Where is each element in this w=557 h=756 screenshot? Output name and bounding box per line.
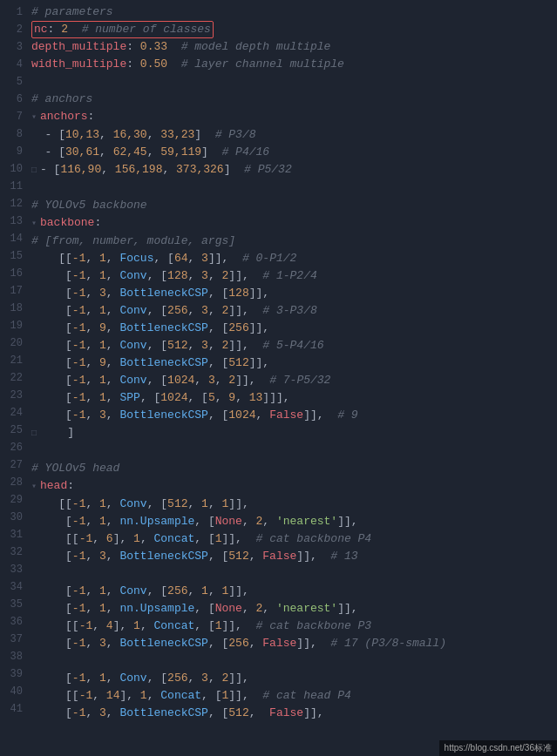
code-line-29: [[-1, 1, Conv, [512, 1, 1]], bbox=[31, 496, 557, 513]
line-num-1: 1 bbox=[0, 3, 23, 21]
code-line-4: width_multiple: 0.50 # layer channel mul… bbox=[31, 56, 557, 73]
line-num-5: 5 bbox=[0, 73, 23, 91]
code-line-1: # parameters bbox=[31, 3, 557, 21]
line-num-31: 31 bbox=[0, 526, 23, 543]
code-line-7: ▾anchors: bbox=[31, 108, 557, 126]
code-line-6: # anchors bbox=[31, 91, 557, 108]
line-num-35: 35 bbox=[0, 596, 23, 613]
code-line-41: [-1, 3, BottleneckCSP, [512, False]], bbox=[31, 705, 557, 722]
line-num-20: 20 bbox=[0, 334, 23, 352]
code-line-25: □ ] bbox=[31, 424, 557, 442]
line-num-26: 26 bbox=[0, 439, 23, 456]
line-num-15: 15 bbox=[0, 247, 23, 265]
code-editor: 1234567891011121314151617181920212223242… bbox=[0, 0, 557, 726]
line-num-23: 23 bbox=[0, 387, 23, 404]
code-line-33 bbox=[31, 565, 557, 583]
line-num-24: 24 bbox=[0, 404, 23, 422]
line-num-25: 25 bbox=[0, 422, 23, 439]
line-num-37: 37 bbox=[0, 631, 23, 648]
code-line-10: □- [116,90, 156,198, 373,326] # P5/32 bbox=[31, 161, 557, 179]
code-line-28: ▾head: bbox=[31, 477, 557, 496]
line-num-40: 40 bbox=[0, 683, 23, 700]
code-line-27: # YOLOv5 head bbox=[31, 460, 557, 477]
code-line-30: [-1, 1, nn.Upsample, [None, 2, 'nearest'… bbox=[31, 513, 557, 530]
line-num-30: 30 bbox=[0, 509, 23, 526]
line-num-17: 17 bbox=[0, 282, 23, 300]
code-line-5 bbox=[31, 73, 557, 91]
line-num-18: 18 bbox=[0, 300, 23, 317]
code-line-2: nc: 2 # number of classes bbox=[31, 21, 557, 38]
code-line-37: [-1, 3, BottleneckCSP, [256, False]], # … bbox=[31, 635, 557, 652]
line-num-8: 8 bbox=[0, 125, 23, 143]
line-num-13: 13 bbox=[0, 213, 23, 230]
code-line-20: [-1, 1, Conv, [512, 3, 2]], # 5-P4/16 bbox=[31, 337, 557, 354]
line-num-16: 16 bbox=[0, 265, 23, 282]
code-content: # parametersnc: 2 # number of classesdep… bbox=[31, 3, 557, 722]
code-line-14: # [from, number, module, args] bbox=[31, 233, 557, 250]
line-num-7: 7 bbox=[0, 108, 23, 125]
code-line-12: # YOLOv5 backbone bbox=[31, 197, 557, 214]
line-num-32: 32 bbox=[0, 543, 23, 561]
code-line-22: [-1, 1, Conv, [1024, 3, 2]], # 7-P5/32 bbox=[31, 372, 557, 389]
code-line-8: - [10,13, 16,30, 33,23] # P3/8 bbox=[31, 126, 557, 144]
code-line-21: [-1, 9, BottleneckCSP, [512]], bbox=[31, 354, 557, 372]
line-num-34: 34 bbox=[0, 578, 23, 596]
line-num-22: 22 bbox=[0, 369, 23, 387]
watermark: https://blog.csdn.net/36标准 bbox=[439, 740, 557, 756]
line-num-28: 28 bbox=[0, 474, 23, 491]
line-num-2: 2 bbox=[0, 21, 23, 38]
code-line-19: [-1, 9, BottleneckCSP, [256]], bbox=[31, 320, 557, 337]
code-line-36: [[-1, 4], 1, Concat, [1]], # cat backbon… bbox=[31, 618, 557, 635]
code-line-38 bbox=[31, 652, 557, 670]
code-line-24: [-1, 3, BottleneckCSP, [1024, False]], #… bbox=[31, 407, 557, 424]
code-line-35: [-1, 1, nn.Upsample, [None, 2, 'nearest'… bbox=[31, 600, 557, 618]
line-num-36: 36 bbox=[0, 613, 23, 631]
line-num-39: 39 bbox=[0, 665, 23, 683]
line-num-3: 3 bbox=[0, 38, 23, 56]
code-line-15: [[-1, 1, Focus, [64, 3]], # 0-P1/2 bbox=[31, 250, 557, 267]
code-line-40: [[-1, 14], 1, Concat, [1]], # cat head P… bbox=[31, 687, 557, 705]
line-num-4: 4 bbox=[0, 56, 23, 73]
code-line-23: [-1, 1, SPP, [1024, [5, 9, 13]]], bbox=[31, 389, 557, 407]
line-num-33: 33 bbox=[0, 561, 23, 578]
code-line-3: depth_multiple: 0.33 # model depth multi… bbox=[31, 38, 557, 56]
line-num-27: 27 bbox=[0, 456, 23, 474]
code-line-9: - [30,61, 62,45, 59,119] # P4/16 bbox=[31, 144, 557, 161]
line-num-21: 21 bbox=[0, 352, 23, 369]
line-num-14: 14 bbox=[0, 230, 23, 247]
code-line-34: [-1, 1, Conv, [256, 1, 1]], bbox=[31, 583, 557, 600]
line-num-41: 41 bbox=[0, 700, 23, 718]
line-num-38: 38 bbox=[0, 648, 23, 665]
line-num-9: 9 bbox=[0, 143, 23, 160]
code-line-39: [-1, 1, Conv, [256, 3, 2]], bbox=[31, 670, 557, 687]
line-num-19: 19 bbox=[0, 317, 23, 334]
code-line-31: [[-1, 6], 1, Concat, [1]], # cat backbon… bbox=[31, 530, 557, 548]
code-line-16: [-1, 1, Conv, [128, 3, 2]], # 1-P2/4 bbox=[31, 267, 557, 285]
code-line-11 bbox=[31, 179, 557, 197]
line-number-gutter: 1234567891011121314151617181920212223242… bbox=[0, 3, 31, 722]
code-line-13: ▾backbone: bbox=[31, 214, 557, 233]
line-num-12: 12 bbox=[0, 195, 23, 213]
line-num-29: 29 bbox=[0, 491, 23, 509]
code-line-18: [-1, 1, Conv, [256, 3, 2]], # 3-P3/8 bbox=[31, 302, 557, 320]
code-line-17: [-1, 3, BottleneckCSP, [128]], bbox=[31, 285, 557, 302]
code-line-26 bbox=[31, 442, 557, 460]
code-line-32: [-1, 3, BottleneckCSP, [512, False]], # … bbox=[31, 548, 557, 565]
line-num-6: 6 bbox=[0, 91, 23, 108]
line-num-11: 11 bbox=[0, 178, 23, 195]
line-num-10: 10 bbox=[0, 160, 23, 178]
